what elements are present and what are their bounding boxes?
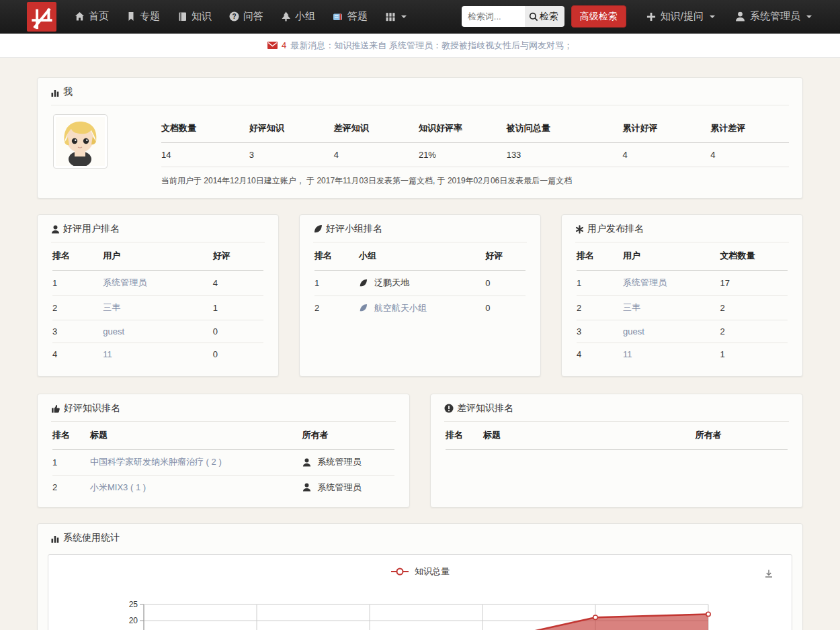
stats-header-row: 文档数量 好评知识 差评知识 知识好评率 被访问总量 累计好评 累计差评 xyxy=(161,114,789,143)
rank-cell: 3 xyxy=(52,320,103,343)
stats-header: 差评知识 xyxy=(334,114,419,143)
nav-item-qa[interactable]: ? 问答 xyxy=(220,0,272,34)
user-link[interactable]: 11 xyxy=(623,349,632,359)
table-row: 3 guest 2 xyxy=(577,320,788,343)
user-icon xyxy=(302,483,311,492)
chevron-down-icon xyxy=(710,15,715,18)
avatar-image xyxy=(56,117,105,166)
notice-message[interactable]: 最新消息：知识推送来自 系统管理员：教授被指歧视女性后与网友对骂； xyxy=(290,40,573,52)
apps-menu[interactable] xyxy=(376,0,415,34)
table-row: 2 小米MIX3 ( 1 ) 系统管理员 xyxy=(52,475,394,500)
col-header: 标题 xyxy=(483,422,696,450)
app-logo[interactable] xyxy=(27,2,56,32)
tree-icon xyxy=(281,11,291,21)
rank-users-table: 排名 用户 好评 1 系统管理员 4 2 三丰 1 3 guest 0 xyxy=(52,243,263,365)
stats-value: 4 xyxy=(334,143,419,167)
search-button[interactable]: 检索 xyxy=(525,6,564,27)
stats-value: 133 xyxy=(507,143,623,167)
user-link[interactable]: 系统管理员 xyxy=(103,277,146,287)
table-row: 2 三丰 2 xyxy=(577,296,788,320)
table-header-row: 排名 标题 所有者 xyxy=(446,422,788,450)
owner-name: 系统管理员 xyxy=(318,456,362,468)
knowledge-link[interactable]: 小米MIX3 ( 1 ) xyxy=(90,482,146,492)
value-cell: 4 xyxy=(213,271,263,296)
book-icon xyxy=(177,11,187,21)
usage-chart-plot: 2520 xyxy=(48,555,792,630)
rank-bad-table: 排名 标题 所有者 xyxy=(446,422,788,450)
usage-stats-panel: 系统使用统计 知识总量 2520 xyxy=(37,523,803,630)
user-link[interactable]: guest xyxy=(623,326,644,336)
group-name: 航空航天小组 xyxy=(374,302,427,314)
search-input[interactable] xyxy=(462,6,525,27)
divider xyxy=(444,421,789,422)
rank-cell: 4 xyxy=(52,343,103,366)
rank-cell: 3 xyxy=(577,320,623,343)
user-icon xyxy=(302,458,311,467)
table-row: 4 11 1 xyxy=(577,343,788,366)
create-menu-label: 知识/提问 xyxy=(661,10,704,23)
stats-header: 被访问总量 xyxy=(507,114,623,143)
panel-title: 好评小组排名 xyxy=(326,223,382,235)
leaf-icon xyxy=(359,304,368,312)
value-cell: 0 xyxy=(485,296,526,320)
bar-chart-icon xyxy=(51,534,60,543)
chevron-down-icon xyxy=(401,15,407,18)
rank-cell: 2 xyxy=(52,475,90,500)
owner-cell: 系统管理员 xyxy=(302,456,362,468)
answer-book-icon xyxy=(333,12,343,21)
create-menu[interactable]: 知识/提问 xyxy=(646,10,715,23)
table-header-row: 排名 标题 所有者 xyxy=(52,422,394,450)
user-link[interactable]: 系统管理员 xyxy=(623,277,667,287)
col-header: 排名 xyxy=(52,422,90,450)
rank-publish-table: 排名 用户 文档数量 1 系统管理员 17 2 三丰 2 3 guest xyxy=(577,243,788,365)
knowledge-link[interactable]: 中国科学家研发纳米肿瘤治疗 ( 2 ) xyxy=(90,457,222,467)
col-header: 所有者 xyxy=(302,422,394,450)
col-header: 排名 xyxy=(314,243,359,271)
panel-title: 好评用户排名 xyxy=(63,223,120,235)
rank-cell: 1 xyxy=(314,271,359,296)
nav-item-groups[interactable]: 小组 xyxy=(272,0,324,34)
user-link[interactable]: 三丰 xyxy=(103,302,120,312)
col-header: 文档数量 xyxy=(720,243,788,271)
nav-item-home[interactable]: 首页 xyxy=(66,0,118,34)
nav-item-knowledge[interactable]: 知识 xyxy=(169,0,220,34)
me-stats-table: 文档数量 好评知识 差评知识 知识好评率 被访问总量 累计好评 累计差评 14 … xyxy=(161,114,789,167)
user-menu[interactable]: 系统管理员 xyxy=(735,10,812,23)
divider xyxy=(575,242,789,242)
rank-good-table: 排名 标题 所有者 1 中国科学家研发纳米肿瘤治疗 ( 2 ) 系统管理员 2 … xyxy=(52,422,394,500)
table-row: 1 中国科学家研发纳米肿瘤治疗 ( 2 ) 系统管理员 xyxy=(52,450,394,476)
panel-title: 差评知识排名 xyxy=(457,402,513,414)
avatar[interactable] xyxy=(53,114,108,169)
table-header-row: 排名 用户 文档数量 xyxy=(577,243,788,271)
owner-cell: 系统管理员 xyxy=(302,482,362,494)
stats-header: 知识好评率 xyxy=(419,114,507,143)
user-link[interactable]: 11 xyxy=(103,349,112,359)
plus-icon xyxy=(646,12,656,21)
divider xyxy=(51,421,396,422)
rank-bad-knowledge-panel: 差评知识排名 排名 标题 所有者 xyxy=(430,394,803,508)
bar-chart-icon xyxy=(51,88,60,97)
group-link[interactable]: 泛鹏天地 xyxy=(359,277,409,289)
advanced-search-button[interactable]: 高级检索 xyxy=(571,5,626,28)
user-link[interactable]: 三丰 xyxy=(623,302,640,312)
group-link[interactable]: 航空航天小组 xyxy=(359,302,427,314)
value-cell: 0 xyxy=(485,271,526,296)
panel-title: 我 xyxy=(63,86,73,98)
user-link[interactable]: guest xyxy=(103,326,124,336)
top-navbar: 首页 专题 知识 ? 问答 小组 答题 检索 高级检索 知识/提问 xyxy=(0,0,840,34)
stats-value: 3 xyxy=(249,143,334,167)
table-row: 1 系统管理员 17 xyxy=(577,271,788,296)
nav-item-answer[interactable]: 答题 xyxy=(324,0,376,34)
envelope-icon xyxy=(267,42,278,49)
col-header: 排名 xyxy=(577,243,623,271)
stats-value: 21% xyxy=(419,143,507,167)
divider xyxy=(51,242,265,242)
me-panel: 我 xyxy=(37,77,803,199)
stats-value: 14 xyxy=(161,143,249,167)
value-cell: 0 xyxy=(213,343,263,366)
panel-header: 系统使用统计 xyxy=(38,524,802,551)
col-header: 用户 xyxy=(623,243,720,271)
nav-item-topics[interactable]: 专题 xyxy=(118,0,169,34)
leaf-icon xyxy=(313,224,323,234)
grid-icon xyxy=(385,11,396,22)
